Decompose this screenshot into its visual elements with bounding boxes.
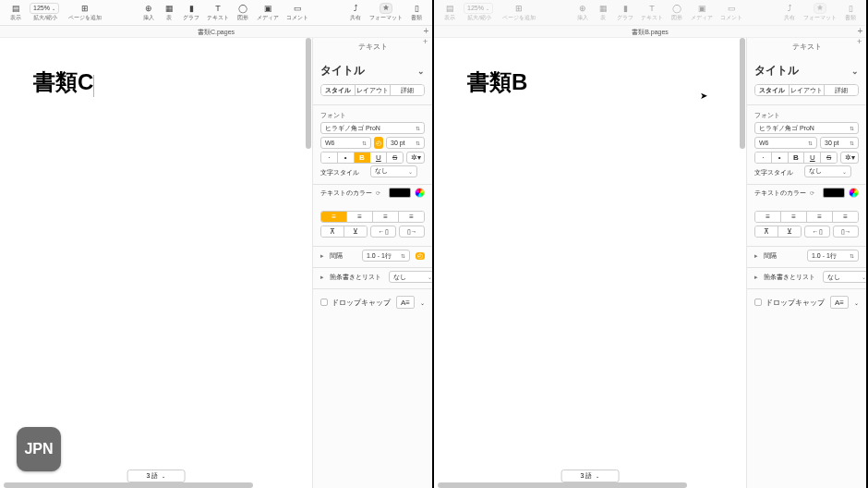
align-right-button[interactable]: ≡: [807, 212, 833, 222]
tab-detail[interactable]: 詳細: [391, 85, 424, 95]
font-warning-icon[interactable]: ◴: [374, 137, 383, 149]
comment-button[interactable]: ▭コメント: [720, 3, 742, 22]
vertical-align-segmented[interactable]: ⊼⊻: [320, 226, 368, 238]
document-title-text[interactable]: 書類B: [467, 69, 527, 94]
disclosure-icon[interactable]: ▸: [754, 274, 758, 281]
media-button[interactable]: ▣メディア: [257, 3, 279, 22]
document-title-text[interactable]: 書類C: [33, 69, 93, 94]
valign-bottom[interactable]: ⊻: [344, 226, 367, 237]
text-align-segmented[interactable]: ≡ ≡ ≡ ≡: [320, 211, 425, 223]
align-right-button[interactable]: ≡: [373, 212, 399, 222]
outdent-button[interactable]: ←▯: [804, 226, 830, 238]
inspector-tabs[interactable]: スタイル レイアウト 詳細: [320, 84, 425, 96]
page-indicator[interactable]: 3 語⌄: [127, 470, 186, 482]
valign-top[interactable]: ⊼: [321, 226, 344, 237]
add-tab-button[interactable]: +: [421, 26, 431, 36]
dropcap-checkbox[interactable]: [320, 299, 328, 306]
char-style-select[interactable]: なし⌄: [804, 165, 851, 177]
bullet-button[interactable]: •: [338, 152, 355, 163]
spacing-select[interactable]: 1.0 - 1行⇅: [362, 250, 410, 262]
horizontal-scrollbar[interactable]: [438, 482, 687, 488]
document-canvas[interactable]: 書類B 3 語⌄ ➤: [434, 38, 746, 488]
align-left-button[interactable]: ≡: [755, 212, 781, 222]
font-size-stepper[interactable]: 30 pt⇅: [386, 137, 425, 149]
color-swatch[interactable]: [389, 188, 411, 198]
outdent-button[interactable]: ←▯: [370, 226, 396, 238]
chart-button[interactable]: ▮グラフ: [183, 3, 199, 22]
vertical-align-segmented[interactable]: ⊼⊻: [754, 226, 802, 238]
view-button[interactable]: ▤表示: [443, 3, 456, 22]
vertical-scrollbar[interactable]: [306, 38, 311, 149]
align-center-button[interactable]: ≡: [347, 212, 373, 222]
vertical-scrollbar[interactable]: [740, 38, 745, 149]
zoom-control[interactable]: 125%⌄拡大/縮小: [30, 3, 61, 22]
font-weight-select[interactable]: W6⇅: [320, 137, 371, 149]
bullet-button[interactable]: •: [772, 152, 789, 163]
horizontal-scrollbar[interactable]: [4, 482, 253, 488]
text-button[interactable]: Tテキスト: [641, 3, 663, 22]
text-style-segmented[interactable]: · • B U S: [754, 152, 838, 164]
align-justify-button[interactable]: ≡: [399, 212, 424, 222]
document-button[interactable]: ▯書類: [410, 3, 423, 22]
valign-bottom[interactable]: ⊻: [778, 226, 801, 237]
paragraph-style-picker[interactable]: タイトル⌄: [313, 55, 432, 84]
color-wheel-button[interactable]: [415, 188, 425, 198]
page-indicator[interactable]: 3 語⌄: [561, 470, 620, 482]
document-canvas[interactable]: 書類C 3 語⌄: [0, 38, 312, 488]
view-button[interactable]: ▤表示: [9, 3, 22, 22]
indent-button[interactable]: ▯→: [833, 226, 859, 238]
add-inspector-button[interactable]: +: [423, 38, 431, 46]
zoom-control[interactable]: 125%⌄拡大/縮小: [464, 3, 495, 22]
color-wheel-button[interactable]: [849, 188, 859, 198]
comment-button[interactable]: ▭コメント: [286, 3, 308, 22]
text-align-segmented[interactable]: ≡ ≡ ≡ ≡: [754, 211, 859, 223]
format-button[interactable]: フォーマット: [369, 3, 403, 22]
valign-top[interactable]: ⊼: [755, 226, 778, 237]
table-button[interactable]: ▦表: [163, 3, 175, 22]
share-button[interactable]: ⤴共有: [783, 3, 796, 22]
tab-title[interactable]: 書類C.pages: [198, 29, 235, 35]
shape-button[interactable]: ◯図形: [236, 3, 249, 22]
align-justify-button[interactable]: ≡: [833, 212, 858, 222]
bold-button[interactable]: B: [355, 152, 371, 163]
shape-button[interactable]: ◯図形: [670, 3, 683, 22]
tab-style[interactable]: スタイル: [755, 85, 790, 95]
add-inspector-button[interactable]: +: [857, 38, 865, 46]
insert-button[interactable]: ⊕挿入: [576, 3, 589, 22]
color-swatch[interactable]: [823, 188, 845, 198]
underline-button[interactable]: U: [370, 152, 387, 163]
style-options-button[interactable]: ✲▾: [840, 152, 859, 164]
text-style-segmented[interactable]: · • B U S: [320, 152, 404, 164]
bullets-select[interactable]: なし⌄: [389, 271, 432, 283]
spacing-warning-icon[interactable]: ◴: [416, 252, 425, 260]
font-family-select[interactable]: ヒラギノ角ゴ ProN⇅: [754, 122, 859, 134]
chevron-down-icon[interactable]: ⌄: [854, 299, 859, 306]
disclosure-icon[interactable]: ▸: [320, 274, 324, 281]
dropcap-style-button[interactable]: A≡: [830, 296, 849, 309]
chevron-down-icon[interactable]: ⌄: [420, 299, 425, 306]
dotted-button[interactable]: ·: [755, 152, 772, 163]
tab-layout[interactable]: レイアウト: [790, 85, 824, 95]
tab-layout[interactable]: レイアウト: [356, 85, 390, 95]
font-weight-select[interactable]: W6⇅: [754, 137, 817, 149]
format-button[interactable]: フォーマット: [803, 3, 837, 22]
spacing-select[interactable]: 1.0 - 1行⇅: [807, 250, 859, 262]
chart-button[interactable]: ▮グラフ: [617, 3, 633, 22]
dropcap-checkbox[interactable]: [754, 299, 762, 306]
insert-button[interactable]: ⊕挿入: [142, 3, 155, 22]
align-left-button[interactable]: ≡: [321, 212, 347, 222]
paragraph-style-picker[interactable]: タイトル⌄: [747, 55, 866, 84]
add-tab-button[interactable]: +: [855, 26, 865, 36]
char-style-select[interactable]: なし⌄: [370, 165, 417, 177]
share-button[interactable]: ⤴共有: [349, 3, 362, 22]
tab-style[interactable]: スタイル: [321, 85, 356, 95]
underline-button[interactable]: U: [804, 152, 821, 163]
disclosure-icon[interactable]: ▸: [754, 252, 758, 260]
media-button[interactable]: ▣メディア: [691, 3, 713, 22]
tab-title[interactable]: 書類B.pages: [632, 29, 669, 35]
disclosure-icon[interactable]: ▸: [320, 252, 324, 260]
strike-button[interactable]: S: [821, 152, 837, 163]
indent-button[interactable]: ▯→: [399, 226, 425, 238]
tab-detail[interactable]: 詳細: [825, 85, 858, 95]
bold-button[interactable]: B: [789, 152, 805, 163]
